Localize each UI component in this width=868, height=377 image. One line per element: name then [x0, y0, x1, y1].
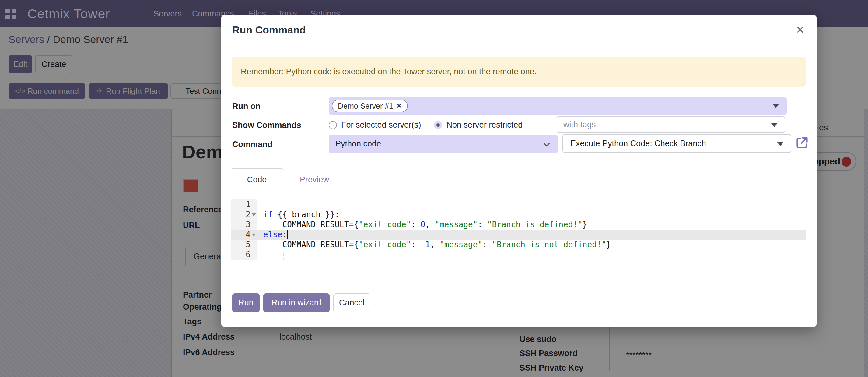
- command-type-value: Python code: [335, 139, 381, 149]
- radio-label-non-restricted[interactable]: Non server restricted: [446, 120, 523, 130]
- line-number: 6: [231, 250, 256, 260]
- code-line-4[interactable]: 4else:: [231, 230, 806, 240]
- form-group-vline: [321, 97, 321, 161]
- modal-header: Run Command ✕: [221, 14, 816, 45]
- radio-label-selected[interactable]: For selected server(s): [341, 120, 421, 130]
- chevron-down-icon: [543, 140, 550, 147]
- command-value: Execute Python Code: Check Branch: [570, 139, 706, 148]
- code-line-content: if {{ branch }}:: [256, 209, 339, 220]
- line-number: 2: [231, 209, 256, 220]
- dropdown-caret-icon: [777, 142, 783, 146]
- form-group-hline: [321, 161, 806, 161]
- command-type-select[interactable]: Python code: [329, 135, 558, 152]
- run-on-field[interactable]: Demo Server #1 ✕: [329, 97, 787, 115]
- line-number: 3: [231, 220, 256, 230]
- run-on-label: Run on: [232, 102, 260, 111]
- fold-arrow-icon[interactable]: [252, 234, 256, 236]
- code-editor[interactable]: 12if {{ branch }}:3 COMMAND_RESULT={"exi…: [231, 200, 806, 260]
- screen: Cetmix Tower Servers Commands Files Tool…: [0, 0, 868, 377]
- code-line-content: [256, 200, 263, 209]
- text-cursor: [287, 230, 288, 239]
- server-tag-label: Demo Server #1: [338, 102, 393, 111]
- dropdown-caret-icon[interactable]: [773, 104, 779, 108]
- tab-preview[interactable]: Preview: [294, 168, 335, 191]
- indent-guide: [283, 250, 284, 260]
- code-line-1[interactable]: 1: [231, 200, 806, 209]
- indent-guide: [261, 220, 261, 260]
- dropdown-caret-icon: [771, 123, 777, 127]
- warning-alert: Remember: Python code is executed on the…: [232, 57, 806, 87]
- line-number: 1: [231, 200, 256, 209]
- with-tags-placeholder: with tags: [563, 120, 596, 129]
- code-line-content: COMMAND_RESULT={"exit_code": 0, "message…: [256, 220, 587, 230]
- external-link-icon[interactable]: [795, 136, 809, 150]
- code-line-3[interactable]: 3 COMMAND_RESULT={"exit_code": 0, "messa…: [231, 220, 806, 230]
- cancel-button[interactable]: Cancel: [333, 293, 370, 312]
- command-select[interactable]: Execute Python Code: Check Branch: [562, 134, 791, 153]
- code-line-content: [256, 250, 263, 260]
- show-commands-radio-group: For selected server(s) Non server restri…: [329, 116, 531, 134]
- run-in-wizard-button[interactable]: Run in wizard: [263, 293, 330, 312]
- tabbar-border: [231, 191, 806, 191]
- tab-code[interactable]: Code: [231, 168, 283, 191]
- fold-arrow-icon[interactable]: [252, 213, 256, 216]
- line-number: 4: [231, 230, 256, 240]
- code-line-5[interactable]: 5 COMMAND_RESULT={"exit_code": -1, "mess…: [231, 240, 806, 250]
- modal-title: Run Command: [232, 14, 306, 45]
- command-label: Command: [232, 140, 272, 149]
- radio-non-server-restricted[interactable]: [434, 121, 442, 129]
- modal-footer-divider: [221, 284, 816, 284]
- server-tag: Demo Server #1 ✕: [332, 99, 408, 112]
- tag-remove-icon[interactable]: ✕: [396, 102, 402, 110]
- line-number: 5: [231, 240, 256, 250]
- run-command-modal: Run Command ✕ Remember: Python code is e…: [221, 14, 816, 327]
- run-button[interactable]: Run: [232, 293, 259, 312]
- code-line-2[interactable]: 2if {{ branch }}:: [231, 209, 806, 220]
- show-commands-label: Show Commands: [232, 121, 301, 130]
- close-icon[interactable]: ✕: [793, 23, 807, 37]
- radio-for-selected-servers[interactable]: [329, 121, 337, 129]
- with-tags-select[interactable]: with tags: [557, 116, 785, 133]
- code-line-6[interactable]: 6: [231, 250, 806, 260]
- code-line-content: COMMAND_RESULT={"exit_code": -1, "messag…: [256, 240, 611, 250]
